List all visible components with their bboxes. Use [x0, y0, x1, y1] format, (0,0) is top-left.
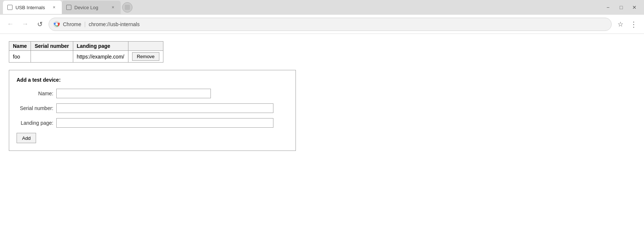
landing-row: Landing page: — [17, 118, 288, 128]
name-row: Name: — [17, 89, 288, 98]
svg-rect-0 — [125, 5, 130, 10]
landing-input[interactable] — [56, 118, 273, 128]
tab-close-device-log[interactable]: × — [110, 4, 116, 11]
minimize-button[interactable]: − — [604, 4, 612, 10]
forward-button[interactable]: → — [19, 18, 31, 30]
add-button[interactable]: Add — [17, 133, 36, 143]
add-device-section: Add a test device: Name: Serial number: … — [9, 70, 296, 151]
title-bar: USB Internals × Device Log × − □ ✕ — [0, 0, 644, 15]
new-tab-button[interactable] — [122, 2, 132, 13]
navigation-bar: ← → ↺ Chrome | chrome://usb-internals ☆ … — [0, 15, 644, 34]
back-icon: ← — [7, 20, 14, 28]
cell-action: Remove — [128, 51, 163, 63]
address-divider: | — [84, 21, 86, 28]
menu-icon: ⋮ — [630, 20, 637, 29]
cell-name: foo — [9, 51, 31, 63]
bookmark-button[interactable]: ☆ — [615, 18, 626, 30]
serial-input[interactable] — [56, 103, 273, 113]
cell-serial — [31, 51, 73, 63]
tab-label-device-log: Device Log — [74, 5, 98, 10]
add-device-title: Add a test device: — [17, 77, 288, 83]
name-label: Name: — [17, 91, 53, 96]
forward-icon: → — [22, 20, 28, 28]
back-button[interactable]: ← — [4, 18, 16, 30]
serial-label: Serial number: — [17, 105, 53, 111]
col-header-name: Name — [9, 42, 31, 51]
name-input[interactable] — [56, 89, 211, 98]
cell-landing: https://example.com/ — [73, 51, 128, 63]
col-header-action — [128, 42, 163, 51]
landing-label: Landing page: — [17, 120, 53, 126]
svg-point-3 — [56, 23, 58, 25]
page-content: Name Serial number Landing page foo http… — [0, 34, 644, 237]
url-display: chrome://usb-internals — [89, 21, 140, 27]
maximize-button[interactable]: □ — [618, 4, 625, 10]
star-icon: ☆ — [618, 20, 623, 28]
serial-row: Serial number: — [17, 103, 288, 113]
chrome-logo-icon — [53, 21, 60, 28]
tab-usb-internals[interactable]: USB Internals × — [3, 1, 62, 14]
browser-name: Chrome — [63, 21, 81, 27]
reload-button[interactable]: ↺ — [34, 18, 46, 30]
col-header-landing: Landing page — [73, 42, 128, 51]
table-header-row: Name Serial number Landing page — [9, 42, 163, 51]
tab-icon-device-log — [66, 5, 71, 10]
tab-close-usb-internals[interactable]: × — [51, 4, 57, 11]
tab-icon-usb-internals — [7, 5, 13, 10]
nav-right-controls: ☆ ⋮ — [615, 18, 640, 30]
reload-icon: ↺ — [37, 20, 43, 28]
device-table: Name Serial number Landing page foo http… — [9, 41, 163, 63]
tab-device-log[interactable]: Device Log × — [62, 1, 121, 14]
window-controls: − □ ✕ — [604, 4, 641, 10]
table-row: foo https://example.com/ Remove — [9, 51, 163, 63]
tab-label-usb-internals: USB Internals — [15, 5, 45, 10]
close-button[interactable]: ✕ — [631, 4, 638, 10]
col-header-serial: Serial number — [31, 42, 73, 51]
address-bar[interactable]: Chrome | chrome://usb-internals — [49, 18, 612, 31]
menu-button[interactable]: ⋮ — [628, 18, 640, 30]
remove-button[interactable]: Remove — [132, 52, 159, 61]
